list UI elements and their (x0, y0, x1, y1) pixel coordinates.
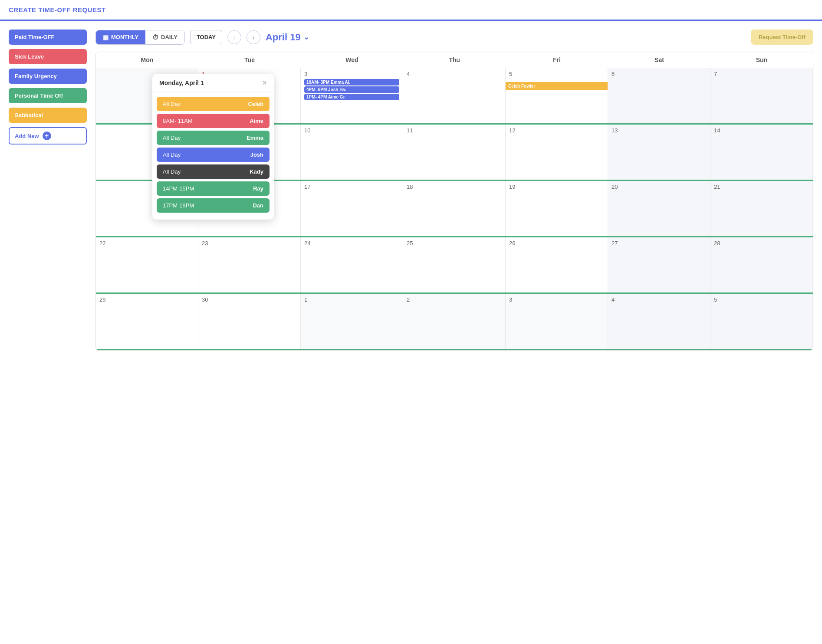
day-cell-w4d6[interactable]: 5 (710, 294, 813, 350)
sidebar-item-sabbatical[interactable]: Sabbatical (9, 108, 87, 123)
day-number: 5 (509, 71, 604, 77)
popup-event-name: Ray (253, 185, 263, 192)
day-header-tue: Tue (198, 52, 301, 68)
day-cell-w3d4[interactable]: 26 (506, 237, 608, 294)
day-cell-w4d0[interactable]: 29 (96, 294, 198, 350)
app-container: CREATE TIME-OFF REQUEST Paid Time-OFFSic… (0, 0, 822, 644)
day-cell-w1d4[interactable]: 12 (506, 125, 608, 181)
calendar-icon: ▦ (103, 34, 109, 41)
day-cell-w4d3[interactable]: 2 (403, 294, 506, 350)
calendar-area: ▦ MONTHLY ⏱ DAILY TODAY ‹ › April 19 ⌄ R… (95, 30, 813, 351)
sidebar: Paid Time-OFFSick LeaveFamily UrgencyPer… (9, 30, 87, 351)
day-number: 20 (612, 184, 707, 190)
month-chevron-icon: ⌄ (303, 33, 309, 41)
day-number: 26 (509, 240, 604, 246)
add-new-label: Add New (15, 133, 39, 139)
monthly-view-button[interactable]: ▦ MONTHLY (96, 30, 145, 44)
day-cell-w3d3[interactable]: 25 (403, 237, 506, 294)
day-header-sun: Sun (710, 52, 813, 68)
day-cell-w4d5[interactable]: 4 (608, 294, 710, 350)
day-cell-w2d2[interactable]: 17 (301, 181, 403, 237)
day-cell-w4d1[interactable]: 30 (198, 294, 301, 350)
day-cell-w1d5[interactable]: 13 (608, 125, 710, 181)
sidebar-item-sick[interactable]: Sick Leave (9, 49, 87, 64)
popup-close-button[interactable]: × (262, 79, 267, 87)
day-cell-w3d5[interactable]: 27 (608, 237, 710, 294)
day-cell-w2d6[interactable]: 21 (710, 181, 813, 237)
day-number: 22 (99, 240, 194, 246)
today-button[interactable]: TODAY (190, 30, 222, 44)
request-timeoff-button[interactable]: Request Time-Off (751, 30, 813, 45)
popup-event-item[interactable]: 8AM- 11AMAime (157, 114, 270, 128)
sidebar-item-paid[interactable]: Paid Time-OFF (9, 30, 87, 45)
day-number: 1 (304, 296, 399, 303)
day-header-sat: Sat (608, 52, 710, 68)
popup-event-name: Kady (250, 168, 263, 175)
popup-title: Monday, April 1 (159, 79, 204, 86)
popup-event-name: Dan (253, 202, 263, 209)
day-number: 25 (407, 240, 502, 246)
prev-month-button[interactable]: ‹ (227, 30, 241, 44)
day-number: 11 (407, 127, 502, 134)
day-header-fri: Fri (506, 52, 608, 68)
calendar-event: 4PM- 6PM Josh Ha. (304, 86, 399, 93)
day-cell-w3d2[interactable]: 24 (301, 237, 403, 294)
next-month-button[interactable]: › (247, 30, 260, 44)
popup-event-name: Celeb (248, 101, 263, 107)
sidebar-item-personal[interactable]: Personal Time Off (9, 88, 87, 103)
day-cell-w1d3[interactable]: 11 (403, 125, 506, 181)
day-number: 19 (509, 184, 604, 190)
sidebar-item-family[interactable]: Family Urgency (9, 69, 87, 84)
day-number: 21 (714, 184, 809, 190)
day-cell-w2d4[interactable]: 19 (506, 181, 608, 237)
popup-event-item[interactable]: 17PM-19PMDan (157, 198, 270, 213)
popup-event-time: All Day (163, 151, 181, 158)
daily-view-button[interactable]: ⏱ DAILY (145, 30, 184, 44)
popup-event-name: Emma (247, 135, 263, 141)
popup-event-time: All Day (163, 135, 181, 141)
week-row-3: 22232425262728 (96, 237, 813, 294)
day-number: 3 (509, 296, 604, 303)
day-cell-w3d0[interactable]: 22 (96, 237, 198, 294)
day-number: 30 (202, 296, 297, 303)
popup-event-time: All Day (163, 168, 181, 175)
add-new-button[interactable]: Add New + (9, 127, 87, 145)
day-cell-w0d3[interactable]: 4 (403, 68, 506, 125)
popup-event-item[interactable]: All DayJosh (157, 148, 270, 162)
day-number: 14 (714, 127, 809, 134)
day-cell-w0d6[interactable]: 7 (710, 68, 813, 125)
clock-icon: ⏱ (152, 34, 158, 41)
weeks: 1310AM- 3PM Emma Al.4PM- 6PM Josh Ha.1PM… (96, 68, 813, 350)
day-number: 23 (202, 240, 297, 246)
day-cell-w2d5[interactable]: 20 (608, 181, 710, 237)
day-cell-w4d4[interactable]: 3 (506, 294, 608, 350)
day-cell-w4d2[interactable]: 1 (301, 294, 403, 350)
calendar-event: 1PM- 4PM Aime Gr. (304, 94, 399, 100)
day-number: 17 (304, 184, 399, 190)
day-cell-w0d5[interactable]: 6 (608, 68, 710, 125)
popup-event-time: All Day (163, 101, 181, 107)
day-cell-w3d6[interactable]: 28 (710, 237, 813, 294)
day-cell-w0d2[interactable]: 310AM- 3PM Emma Al.4PM- 6PM Josh Ha.1PM-… (301, 68, 403, 125)
main-content: Paid Time-OFFSick LeaveFamily UrgencyPer… (0, 21, 822, 359)
day-number: 2 (407, 296, 502, 303)
calendar-grid: MonTueWedThuFriSatSun 1310AM- 3PM Emma A… (95, 52, 813, 351)
popup-event-item[interactable]: All DayEmma (157, 131, 270, 145)
popup-event-time: 8AM- 11AM (163, 118, 193, 124)
day-cell-w1d2[interactable]: 10 (301, 125, 403, 181)
calendar-event: 10AM- 3PM Emma Al. (304, 79, 399, 85)
day-number: 6 (612, 71, 707, 77)
day-cell-w3d1[interactable]: 23 (198, 237, 301, 294)
day-number: 3 (304, 71, 399, 77)
day-number: 12 (509, 127, 604, 134)
day-cell-w2d3[interactable]: 18 (403, 181, 506, 237)
popup-event-item[interactable]: All DayKady (157, 164, 270, 179)
day-number: 13 (612, 127, 707, 134)
day-number: 27 (612, 240, 707, 246)
day-number: 28 (714, 240, 809, 246)
popup-event-item[interactable]: 14PM-15PMRay (157, 181, 270, 196)
popup-event-item[interactable]: All DayCeleb (157, 97, 270, 111)
day-number: 24 (304, 240, 399, 246)
day-cell-w1d6[interactable]: 14 (710, 125, 813, 181)
day-cell-w0d4[interactable]: 5Celeb Fowler (506, 68, 608, 125)
